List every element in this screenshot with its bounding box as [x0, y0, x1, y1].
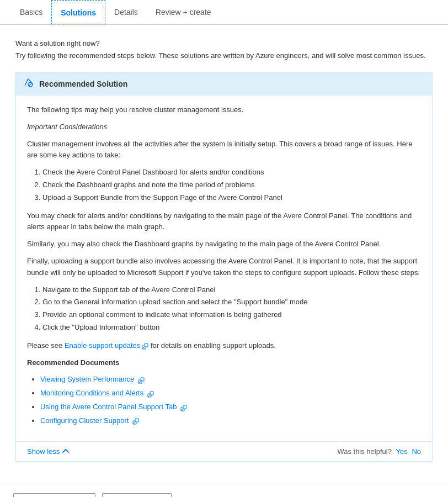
bottom-nav: << Previous: Basics Next: Details >>	[0, 484, 448, 497]
ext-icon-1	[147, 390, 154, 396]
helpful-yes[interactable]: Yes	[396, 447, 408, 456]
intro-line2: Try following the recommended steps belo…	[15, 50, 433, 61]
doc-link-1[interactable]: Monitoring Conditions and Alerts	[40, 389, 143, 397]
tab-basics[interactable]: Basics	[11, 0, 51, 24]
helpful-text: Was this helpful? Yes No	[337, 447, 421, 456]
chevron-up-icon	[62, 447, 70, 455]
helpful-label: Was this helpful?	[337, 447, 392, 456]
doc-item-1: Monitoring Conditions and Alerts	[40, 388, 421, 399]
intro-text: Want a solution right now? Try following…	[15, 38, 433, 61]
tab-review-create[interactable]: Review + create	[147, 0, 220, 24]
solution-header-title: Recommended Solution	[39, 80, 127, 88]
main-content: Want a solution right now? Try following…	[0, 25, 448, 484]
solution-header: Recommended Solution	[16, 72, 432, 96]
helpful-no[interactable]: No	[412, 447, 421, 456]
please-see-prefix: Please see	[27, 341, 65, 350]
solution-footer: Show less Was this helpful? Yes No	[16, 441, 432, 461]
intro-line1: Want a solution right now?	[15, 38, 433, 49]
step2-item2: Go to the General information upload sec…	[42, 297, 421, 308]
please-see-suffix: for details on enabling support uploads.	[148, 341, 276, 350]
solution-icon	[24, 78, 34, 90]
para1: Cluster management involves all the acti…	[27, 139, 421, 162]
doc-link-0[interactable]: Viewing System Performance	[40, 375, 134, 383]
solution-body: The following tips may help you resolve …	[16, 96, 432, 441]
rec-docs-title: Recommended Documents	[27, 357, 421, 369]
steps-list-1: Check the Avere Control Panel Dashboard …	[42, 167, 421, 203]
external-link-icon	[142, 342, 148, 348]
prev-button[interactable]: << Previous: Basics	[13, 493, 95, 497]
doc-item-0: Viewing System Performance	[40, 374, 421, 385]
step2-item3: Provide an optional comment to indicate …	[42, 309, 421, 321]
show-less-label: Show less	[27, 447, 60, 456]
solution-intro: The following tips may help you resolve …	[27, 104, 421, 116]
solution-box: Recommended Solution The following tips …	[15, 72, 433, 462]
show-less-button[interactable]: Show less	[27, 447, 70, 456]
step1-item2: Check the Dashboard graphs and note the …	[42, 179, 421, 191]
next-button[interactable]: Next: Details >>	[102, 493, 172, 497]
para4: Finally, uploading a support bundle also…	[27, 256, 421, 279]
ext-icon-0	[138, 376, 145, 383]
doc-item-3: Configuring Cluster Support	[40, 415, 421, 427]
docs-list: Viewing System Performance Monitoring Co…	[40, 374, 421, 426]
ext-icon-3	[132, 417, 139, 424]
step1-item1: Check the Avere Control Panel Dashboard …	[42, 167, 421, 178]
step1-item3: Upload a Support Bundle from the Support…	[42, 192, 421, 204]
doc-item-2: Using the Avere Control Panel Support Ta…	[40, 401, 421, 413]
tab-bar: Basics Solutions Details Review + create	[0, 0, 448, 25]
doc-link-3[interactable]: Configuring Cluster Support	[40, 416, 129, 425]
enable-support-link[interactable]: Enable support updates	[65, 341, 140, 350]
svg-line-1	[29, 83, 32, 86]
para2: You may check for alerts and/or conditio…	[27, 210, 421, 234]
steps-list-2: Navigate to the Support tab of the Avere…	[42, 284, 421, 334]
doc-link-2[interactable]: Using the Avere Control Panel Support Ta…	[40, 403, 177, 411]
please-see-para: Please see Enable support updates for de…	[27, 340, 421, 352]
tab-details[interactable]: Details	[105, 0, 147, 24]
tab-solutions[interactable]: Solutions	[51, 0, 105, 24]
page-container: Basics Solutions Details Review + create…	[0, 0, 448, 497]
step2-item4: Click the "Upload Information" button	[42, 322, 421, 334]
para3: Similarly, you may also check the Dashbo…	[27, 239, 421, 250]
step2-item1: Navigate to the Support tab of the Avere…	[42, 284, 421, 296]
important-heading: Important Considerations	[27, 121, 421, 133]
ext-icon-2	[180, 404, 187, 410]
